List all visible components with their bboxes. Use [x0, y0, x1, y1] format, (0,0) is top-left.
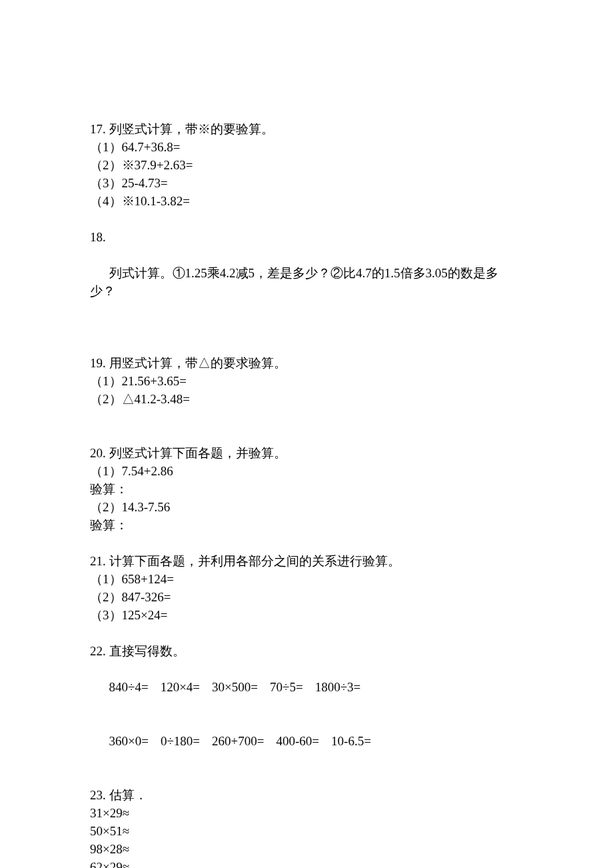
q17-item-1: （1）64.7+36.8=: [90, 138, 523, 156]
q21-item-1: （1）658+124=: [90, 570, 523, 588]
circled-two-icon: ②: [330, 266, 343, 280]
question-19: 19. 用竖式计算，带△的要求验算。 （1）21.56+3.65= （2）△41…: [90, 354, 523, 408]
q18-part1: 1.25乘4.2减5，差是多少？: [185, 266, 331, 280]
q22-r1-c: 30×500=: [212, 680, 258, 694]
q22-r2-e: 10-6.5=: [331, 734, 371, 748]
q23-item-3: 98×28≈: [90, 840, 523, 858]
q22-r2-d: 400-60=: [277, 734, 320, 748]
q21-item-2: （2）847-326=: [90, 588, 523, 606]
q22-row-2: 360×0=0÷180=260+700=400-60=10-6.5=: [90, 714, 523, 768]
q17-item-4: （4）※10.1-3.82=: [90, 192, 523, 210]
q19-title: 19. 用竖式计算，带△的要求验算。: [90, 354, 523, 372]
q22-title: 22. 直接写得数。: [90, 642, 523, 660]
question-21: 21. 计算下面各题，并利用各部分之间的关系进行验算。 （1）658+124= …: [90, 552, 523, 624]
q20-line-2: 验算：: [90, 480, 523, 498]
q23-title: 23. 估算．: [90, 786, 523, 804]
q22-r2-c: 260+700=: [212, 734, 264, 748]
q22-r1-b: 120×4=: [161, 680, 200, 694]
q20-line-1: （1）7.54+2.86: [90, 462, 523, 480]
q18-body: 列式计算。①1.25乘4.2减5，差是多少？②比4.7的1.5倍多3.05的数是…: [90, 246, 523, 318]
q22-r1-e: 1800÷3=: [315, 680, 361, 694]
q19-item-1: （1）21.56+3.65=: [90, 372, 523, 390]
question-18: 18. 列式计算。①1.25乘4.2减5，差是多少？②比4.7的1.5倍多3.0…: [90, 228, 523, 318]
circled-one-icon: ①: [173, 266, 185, 280]
q22-r1-d: 70÷5=: [270, 680, 303, 694]
q22-r2-b: 0÷180=: [161, 734, 200, 748]
question-17: 17. 列竖式计算，带※的要验算。 （1）64.7+36.8= （2）※37.9…: [90, 120, 523, 210]
q23-item-2: 50×51≈: [90, 822, 523, 840]
q20-title: 20. 列竖式计算下面各题，并验算。: [90, 444, 523, 462]
document-page: 17. 列竖式计算，带※的要验算。 （1）64.7+36.8= （2）※37.9…: [0, 0, 613, 868]
q17-item-2: （2）※37.9+2.63=: [90, 156, 523, 174]
q22-r2-a: 360×0=: [109, 734, 149, 748]
q17-item-3: （3）25-4.73=: [90, 174, 523, 192]
question-20: 20. 列竖式计算下面各题，并验算。 （1）7.54+2.86 验算： （2）1…: [90, 444, 523, 534]
q18-prefix: 列式计算。: [109, 266, 173, 280]
q22-r1-a: 840÷4=: [109, 680, 149, 694]
q20-line-3: （2）14.3-7.56: [90, 498, 523, 516]
q23-item-1: 31×29≈: [90, 804, 523, 822]
question-22: 22. 直接写得数。 840÷4=120×4=30×500=70÷5=1800÷…: [90, 642, 523, 768]
q21-title: 21. 计算下面各题，并利用各部分之间的关系进行验算。: [90, 552, 523, 570]
q21-item-3: （3）125×24=: [90, 606, 523, 624]
q17-title: 17. 列竖式计算，带※的要验算。: [90, 120, 523, 138]
q23-item-4: 62×29≈: [90, 858, 523, 868]
question-23: 23. 估算． 31×29≈ 50×51≈ 98×28≈ 62×29≈ 32×6…: [90, 786, 523, 868]
q19-item-2: （2）△41.2-3.48=: [90, 390, 523, 408]
q20-line-4: 验算：: [90, 516, 523, 534]
q18-number: 18.: [90, 228, 523, 246]
q22-row-1: 840÷4=120×4=30×500=70÷5=1800÷3=: [90, 660, 523, 714]
